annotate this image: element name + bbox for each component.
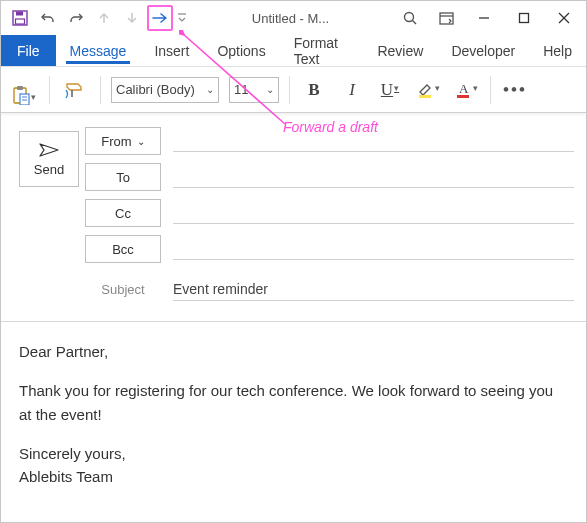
separator [490,76,491,104]
tab-developer[interactable]: Developer [437,35,529,66]
cc-label: Cc [115,206,131,221]
font-color-button[interactable]: A▾ [452,76,480,104]
tab-help[interactable]: Help [529,35,586,66]
window-title: Untitled - M... [189,11,392,26]
tab-insert[interactable]: Insert [140,35,203,66]
subject-field[interactable]: Event reminder [173,277,574,301]
svg-rect-9 [520,14,529,23]
prev-item-icon [91,5,117,31]
svg-line-5 [413,21,417,25]
search-icon[interactable] [392,3,428,33]
more-commands-button[interactable]: ••• [501,76,529,104]
svg-rect-6 [440,13,453,24]
separator [289,76,290,104]
compose-header: Send From ⌄ To Cc Bcc [1,113,586,307]
svg-rect-13 [17,86,23,90]
body-paragraph: Thank you for registering for our tech c… [19,379,568,426]
title-bar: Untitled - M... [1,1,586,35]
paste-button[interactable]: ▾ [9,75,39,105]
font-family-value: Calibri (Body) [116,82,195,97]
undo-icon[interactable] [35,5,61,31]
body-signoff: Sincerely yours, [19,442,568,465]
bcc-label: Bcc [112,242,134,257]
chevron-down-icon: ⌄ [206,84,214,95]
separator [100,76,101,104]
bold-button[interactable]: B [300,76,328,104]
cc-button[interactable]: Cc [85,199,161,227]
svg-rect-19 [457,95,469,98]
to-label: To [116,170,130,185]
tab-review[interactable]: Review [363,35,437,66]
close-button[interactable] [544,3,584,33]
to-field[interactable] [173,166,574,188]
minimize-button[interactable] [464,3,504,33]
file-tab[interactable]: File [1,35,56,66]
quick-access-toolbar [3,5,189,31]
font-size-value: 11 [234,82,248,97]
tab-format-text[interactable]: Format Text [280,35,364,66]
chevron-down-icon: ⌄ [266,84,274,95]
ribbon-tabs: File Message Insert Options Format Text … [1,35,586,67]
ribbon-display-icon[interactable] [428,3,464,33]
body-signature: Ablebits Team [19,465,568,488]
send-button[interactable]: Send [19,131,79,187]
cc-field[interactable] [173,202,574,224]
font-family-select[interactable]: Calibri (Body) ⌄ [111,77,219,103]
separator [49,76,50,104]
title-right-controls [392,3,584,33]
tab-options[interactable]: Options [203,35,279,66]
highlight-button[interactable]: ▾ [414,76,442,104]
subject-label: Subject [85,282,161,297]
italic-button[interactable]: I [338,76,366,104]
forward-button[interactable] [147,5,173,31]
from-button[interactable]: From ⌄ [85,127,161,155]
format-painter-icon[interactable] [60,75,90,105]
svg-text:A: A [459,81,469,96]
send-label: Send [34,162,64,177]
bcc-button[interactable]: Bcc [85,235,161,263]
underline-button[interactable]: U▾ [376,76,404,104]
ribbon-toolbar: ▾ Calibri (Body) ⌄ 11 ⌄ B I U▾ ▾ A▾ ••• [1,67,586,113]
svg-rect-2 [16,19,25,24]
svg-point-4 [405,13,414,22]
chevron-down-icon: ⌄ [137,136,145,147]
to-button[interactable]: To [85,163,161,191]
from-field[interactable] [173,130,574,152]
tab-message[interactable]: Message [56,35,141,66]
send-icon [38,142,60,158]
qat-customize-icon[interactable] [175,12,189,24]
maximize-button[interactable] [504,3,544,33]
redo-icon[interactable] [63,5,89,31]
svg-rect-1 [16,12,23,16]
bcc-field[interactable] [173,238,574,260]
svg-rect-17 [419,95,431,98]
body-greeting: Dear Partner, [19,340,568,363]
from-label: From [101,134,131,149]
save-icon[interactable] [7,5,33,31]
font-size-select[interactable]: 11 ⌄ [229,77,279,103]
message-body[interactable]: Dear Partner, Thank you for registering … [1,321,586,488]
next-item-icon [119,5,145,31]
